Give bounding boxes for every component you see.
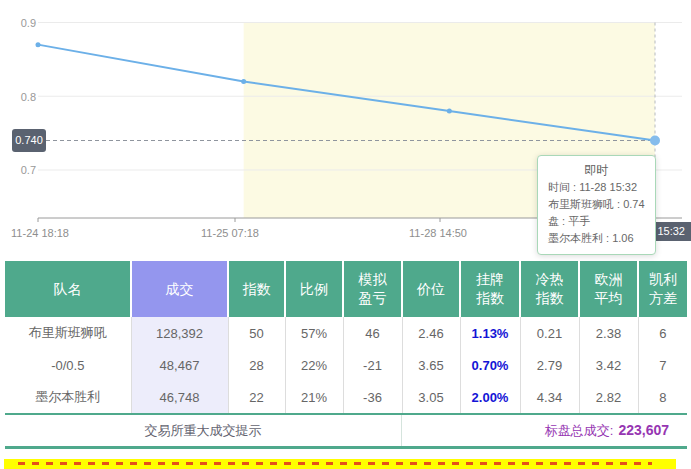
volume-cell: 46,748 (131, 381, 228, 413)
tooltip-home-odds: 布里斯班狮吼 : 0.74 (548, 196, 645, 213)
table-footer: 交易所重大成交提示 标盘总成交:223,607 (5, 413, 687, 449)
header-sim-pl: 模拟 盈亏 (343, 261, 402, 317)
table-row-home: 布里斯班狮吼 128,392 50 57% 46 2.46 1.13% 0.21… (5, 317, 687, 349)
volume-cell: 128,392 (131, 317, 228, 349)
euro-avg-cell: 3.42 (579, 349, 638, 381)
volume-cell: 48,467 (131, 349, 228, 381)
clipped-red-text (18, 462, 652, 465)
price-cell: 3.05 (402, 381, 460, 413)
index-cell: 50 (228, 317, 285, 349)
listed-index-link[interactable]: 1.13% (460, 317, 520, 349)
odds-table: 队名 成交 指数 比例 模拟 盈亏 价位 挂牌 指数 冷热 指数 欧洲 平均 凯… (5, 261, 687, 413)
tooltip-time: 时间 : 11-28 15:32 (548, 179, 645, 196)
x-axis-tick: 11-28 14:50 (398, 227, 478, 239)
header-kelly-var: 凯利 方差 (638, 261, 687, 317)
price-cell: 2.46 (402, 317, 460, 349)
total-volume-value: 223,607 (618, 422, 669, 438)
alert-banner (4, 459, 676, 469)
hot-index-cell: 2.79 (520, 349, 579, 381)
x-axis-tick: 11-24 18:18 (0, 227, 80, 239)
header-volume: 成交 (131, 261, 228, 317)
listed-index-link[interactable]: 0.70% (460, 349, 520, 381)
index-cell: 28 (228, 349, 285, 381)
y-axis-tick: 0.9 (0, 16, 36, 30)
sim-pl-cell: -36 (343, 381, 402, 413)
total-volume-label: 标盘总成交: (545, 423, 614, 438)
tooltip-away-odds: 墨尔本胜利 : 1.06 (548, 230, 645, 247)
y-axis-tick: 0.8 (0, 90, 36, 104)
tooltip-handicap: 盘 : 平手 (548, 213, 645, 230)
euro-avg-cell: 2.82 (579, 381, 638, 413)
total-volume: 标盘总成交:223,607 (402, 422, 687, 440)
header-price: 价位 (402, 261, 460, 317)
ratio-cell: 22% (285, 349, 343, 381)
table-row-draw: -0/0.5 48,467 28 22% -21 3.65 0.70% 2.79… (5, 349, 687, 381)
header-index: 指数 (228, 261, 285, 317)
euro-avg-cell: 2.38 (579, 317, 638, 349)
header-listed-index: 挂牌 指数 (460, 261, 520, 317)
header-hot-index: 冷热 指数 (520, 261, 579, 317)
table-row-away: 墨尔本胜利 46,748 22 21% -36 3.05 2.00% 4.34 … (5, 381, 687, 413)
header-euro-avg: 欧洲 平均 (579, 261, 638, 317)
index-cell: 22 (228, 381, 285, 413)
listed-index-link[interactable]: 2.00% (460, 381, 520, 413)
sim-pl-cell: 46 (343, 317, 402, 349)
handicap-name: -0/0.5 (5, 349, 131, 381)
team-name: 墨尔本胜利 (5, 381, 131, 413)
kelly-var-cell: 6 (638, 317, 687, 349)
kelly-var-cell: 8 (638, 381, 687, 413)
hot-index-cell: 0.21 (520, 317, 579, 349)
y-axis-tick: 0.7 (0, 163, 36, 177)
x-axis-tick: 11-25 07:18 (190, 227, 270, 239)
major-volume-notice-link[interactable]: 交易所重大成交提示 (5, 415, 402, 446)
chart-tooltip: 即时 时间 : 11-28 15:32 布里斯班狮吼 : 0.74 盘 : 平手… (537, 155, 656, 255)
odds-trend-chart: 0.9 0.8 0.7 0.740 11-24 18:18 11-25 07:1… (0, 0, 691, 252)
ratio-cell: 21% (285, 381, 343, 413)
price-cell: 3.65 (402, 349, 460, 381)
header-team: 队名 (5, 261, 131, 317)
table-header-row: 队名 成交 指数 比例 模拟 盈亏 价位 挂牌 指数 冷热 指数 欧洲 平均 凯… (5, 261, 687, 317)
tooltip-title: 即时 (548, 162, 645, 179)
header-ratio: 比例 (285, 261, 343, 317)
sim-pl-cell: -21 (343, 349, 402, 381)
hot-index-cell: 4.34 (520, 381, 579, 413)
current-odds-badge: 0.740 (12, 129, 46, 152)
team-name: 布里斯班狮吼 (5, 317, 131, 349)
ratio-cell: 57% (285, 317, 343, 349)
odds-table-section: 队名 成交 指数 比例 模拟 盈亏 价位 挂牌 指数 冷热 指数 欧洲 平均 凯… (5, 261, 687, 449)
kelly-var-cell: 7 (638, 349, 687, 381)
